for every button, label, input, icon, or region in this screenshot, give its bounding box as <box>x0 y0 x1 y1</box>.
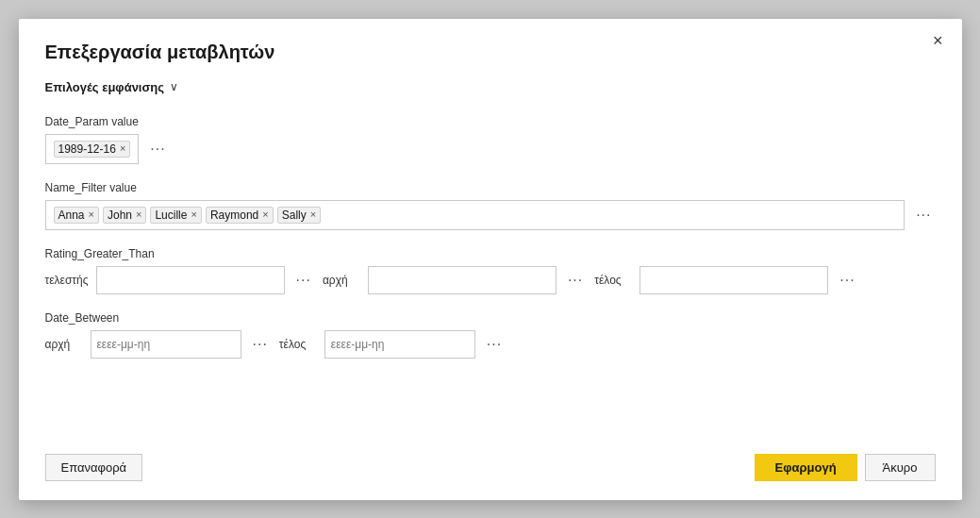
display-options-label: Επιλογές εμφάνισης <box>45 80 165 94</box>
rating-operator-input[interactable] <box>96 266 285 294</box>
reset-button[interactable]: Επαναφορά <box>45 454 143 481</box>
date-between-label: Date_Between <box>45 311 936 325</box>
name-filter-more-button[interactable]: ··· <box>912 205 935 226</box>
tag-raymond-value: Raymond <box>210 209 258 222</box>
tag-john-value: John <box>108 209 132 222</box>
date-end-label: τέλος <box>279 338 317 351</box>
date-param-row: 1989-12-16 × ··· <box>45 134 936 164</box>
cancel-button[interactable]: Άκυρο <box>865 454 936 481</box>
date-start-more-button[interactable]: ··· <box>249 334 272 355</box>
tag-lucille-remove[interactable]: × <box>191 209 196 220</box>
tag-anna-value: Anna <box>58 209 85 222</box>
name-filter-section: Name_Filter value Anna × John × Lucille … <box>45 181 936 230</box>
tag-anna-remove[interactable]: × <box>89 209 94 220</box>
date-end-more-button[interactable]: ··· <box>483 334 506 355</box>
rating-start-input[interactable] <box>368 266 556 294</box>
rating-operator-more-button[interactable]: ··· <box>292 270 315 291</box>
date-param-label: Date_Param value <box>45 115 936 128</box>
date-start-input[interactable] <box>91 330 241 359</box>
operator-label: τελεστής <box>45 274 89 287</box>
name-filter-row: Anna × John × Lucille × Raymond × Sally <box>45 200 936 230</box>
date-param-tag-remove[interactable]: × <box>120 143 125 154</box>
rating-row: τελεστής ··· αρχή ··· τέλος ··· <box>45 266 936 294</box>
start-label: αρχή <box>323 274 360 287</box>
rating-end-input[interactable] <box>639 266 828 294</box>
date-param-section: Date_Param value 1989-12-16 × ··· <box>45 115 936 164</box>
end-label: τέλος <box>594 274 632 287</box>
date-between-section: Date_Between αρχή ··· τέλος ··· <box>45 311 936 359</box>
apply-button[interactable]: Εφαρμογή <box>755 454 857 481</box>
name-filter-tag-raymond: Raymond × <box>206 207 274 224</box>
date-param-tag-value: 1989-12-16 <box>58 142 116 156</box>
date-param-tag: 1989-12-16 × <box>54 141 131 158</box>
rating-label: Rating_Greater_Than <box>45 247 936 260</box>
name-filter-tag-john: John × <box>103 207 146 224</box>
chevron-down-icon: ∨ <box>170 80 178 93</box>
name-filter-tag-sally: Sally × <box>277 207 321 224</box>
tag-lucille-value: Lucille <box>155 209 187 222</box>
footer-right-actions: Εφαρμογή Άκυρο <box>755 454 936 481</box>
date-param-more-button[interactable]: ··· <box>146 139 169 159</box>
date-end-input[interactable] <box>324 330 475 359</box>
date-start-label: αρχή <box>45 338 83 351</box>
name-filter-tag-lucille: Lucille × <box>150 207 201 224</box>
rating-section: Rating_Greater_Than τελεστής ··· αρχή ··… <box>45 247 936 294</box>
name-filter-tag-anna: Anna × <box>54 207 99 224</box>
date-param-input[interactable]: 1989-12-16 × <box>45 134 140 164</box>
name-filter-label: Name_Filter value <box>45 181 936 194</box>
tag-john-remove[interactable]: × <box>136 209 141 220</box>
date-between-row: αρχή ··· τέλος ··· <box>45 330 936 359</box>
close-button[interactable]: × <box>927 30 949 51</box>
tag-sally-value: Sally <box>282 209 307 222</box>
display-options-toggle[interactable]: Επιλογές εμφάνισης ∨ <box>45 80 936 94</box>
rating-start-more-button[interactable]: ··· <box>564 270 587 291</box>
name-filter-input[interactable]: Anna × John × Lucille × Raymond × Sally <box>45 200 905 230</box>
tag-sally-remove[interactable]: × <box>310 209 316 220</box>
rating-end-more-button[interactable]: ··· <box>836 270 858 291</box>
edit-variables-dialog: × Επεξεργασία μεταβλητών Επιλογές εμφάνι… <box>19 19 962 500</box>
dialog-title: Επεξεργασία μεταβλητών <box>45 42 936 63</box>
dialog-footer: Επαναφορά Εφαρμογή Άκυρο <box>45 426 936 481</box>
tag-raymond-remove[interactable]: × <box>262 209 268 220</box>
